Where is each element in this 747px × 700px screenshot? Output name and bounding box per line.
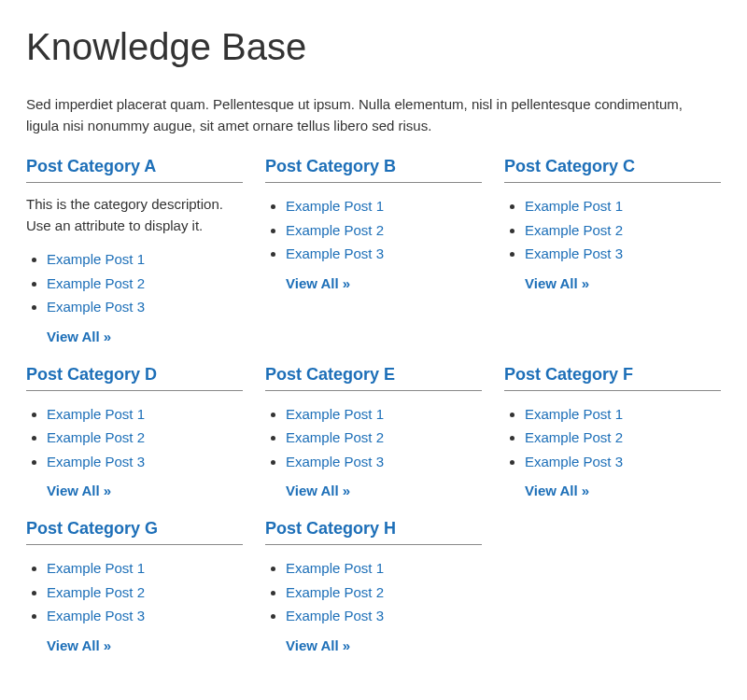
post-list: Example Post 1Example Post 2Example Post… <box>26 402 243 474</box>
list-item: Example Post 1 <box>47 556 243 581</box>
post-link[interactable]: Example Post 3 <box>525 245 623 261</box>
category-title[interactable]: Post Category H <box>265 519 482 545</box>
view-all-link[interactable]: View All » <box>525 483 589 498</box>
list-item: Example Post 3 <box>286 604 482 628</box>
category-title[interactable]: Post Category E <box>265 365 482 391</box>
view-all-link[interactable]: View All » <box>525 275 589 291</box>
post-link[interactable]: Example Post 3 <box>47 454 145 469</box>
post-link[interactable]: Example Post 1 <box>286 406 384 422</box>
list-item: Example Post 3 <box>525 242 721 266</box>
list-item: Example Post 3 <box>286 450 482 474</box>
intro-text: Sed imperdiet placerat quam. Pellentesqu… <box>26 94 717 136</box>
post-list: Example Post 1Example Post 2Example Post… <box>504 402 721 474</box>
post-link[interactable]: Example Post 2 <box>286 222 384 238</box>
post-link[interactable]: Example Post 3 <box>47 299 145 315</box>
post-link[interactable]: Example Post 2 <box>47 584 145 600</box>
category-card: Post Category HExample Post 1Example Pos… <box>265 519 482 663</box>
post-link[interactable]: Example Post 3 <box>525 454 623 469</box>
post-link[interactable]: Example Post 2 <box>286 584 384 600</box>
post-list: Example Post 1Example Post 2Example Post… <box>265 194 482 266</box>
category-card: Post Category AThis is the category desc… <box>26 157 243 354</box>
list-item: Example Post 3 <box>286 242 482 266</box>
list-item: Example Post 2 <box>47 581 243 605</box>
view-all-link[interactable]: View All » <box>286 637 350 653</box>
list-item: Example Post 2 <box>286 581 482 605</box>
list-item: Example Post 2 <box>286 218 482 243</box>
list-item: Example Post 3 <box>47 295 243 319</box>
list-item: Example Post 3 <box>47 604 243 628</box>
category-title[interactable]: Post Category A <box>26 157 243 183</box>
post-link[interactable]: Example Post 1 <box>525 198 623 214</box>
list-item: Example Post 2 <box>286 426 482 450</box>
list-item: Example Post 2 <box>47 272 243 296</box>
post-list: Example Post 1Example Post 2Example Post… <box>265 556 482 628</box>
post-link[interactable]: Example Post 2 <box>525 429 623 445</box>
post-list: Example Post 1Example Post 2Example Post… <box>265 402 482 474</box>
category-grid: Post Category AThis is the category desc… <box>26 157 721 663</box>
category-description: This is the category description. Use an… <box>26 194 243 236</box>
view-all-link[interactable]: View All » <box>47 483 111 498</box>
post-link[interactable]: Example Post 2 <box>286 429 384 445</box>
post-link[interactable]: Example Post 1 <box>47 406 145 422</box>
post-link[interactable]: Example Post 1 <box>286 560 384 576</box>
category-title[interactable]: Post Category D <box>26 365 243 391</box>
list-item: Example Post 1 <box>286 194 482 218</box>
category-card: Post Category FExample Post 1Example Pos… <box>504 365 721 509</box>
post-link[interactable]: Example Post 2 <box>47 275 145 291</box>
category-title[interactable]: Post Category B <box>265 157 482 183</box>
list-item: Example Post 3 <box>47 450 243 474</box>
list-item: Example Post 2 <box>47 426 243 450</box>
category-title[interactable]: Post Category C <box>504 157 721 183</box>
list-item: Example Post 3 <box>525 450 721 474</box>
post-link[interactable]: Example Post 1 <box>286 198 384 214</box>
list-item: Example Post 1 <box>47 247 243 272</box>
list-item: Example Post 2 <box>525 426 721 450</box>
category-card: Post Category GExample Post 1Example Pos… <box>26 519 243 663</box>
category-title[interactable]: Post Category G <box>26 519 243 545</box>
view-all-link[interactable]: View All » <box>47 329 111 344</box>
view-all-link[interactable]: View All » <box>286 483 350 498</box>
list-item: Example Post 1 <box>286 402 482 427</box>
category-card: Post Category BExample Post 1Example Pos… <box>265 157 482 354</box>
category-card: Post Category DExample Post 1Example Pos… <box>26 365 243 509</box>
list-item: Example Post 1 <box>47 402 243 427</box>
page-title: Knowledge Base <box>26 26 721 68</box>
category-title[interactable]: Post Category F <box>504 365 721 391</box>
post-link[interactable]: Example Post 2 <box>47 429 145 445</box>
post-link[interactable]: Example Post 3 <box>286 454 384 469</box>
post-list: Example Post 1Example Post 2Example Post… <box>26 247 243 319</box>
list-item: Example Post 1 <box>286 556 482 581</box>
post-link[interactable]: Example Post 3 <box>47 608 145 623</box>
list-item: Example Post 1 <box>525 194 721 218</box>
post-link[interactable]: Example Post 3 <box>286 245 384 261</box>
post-link[interactable]: Example Post 2 <box>525 222 623 238</box>
category-card: Post Category EExample Post 1Example Pos… <box>265 365 482 509</box>
list-item: Example Post 2 <box>525 218 721 243</box>
view-all-link[interactable]: View All » <box>286 275 350 291</box>
post-list: Example Post 1Example Post 2Example Post… <box>504 194 721 266</box>
post-link[interactable]: Example Post 3 <box>286 608 384 623</box>
post-list: Example Post 1Example Post 2Example Post… <box>26 556 243 628</box>
post-link[interactable]: Example Post 1 <box>47 251 145 267</box>
view-all-link[interactable]: View All » <box>47 637 111 653</box>
post-link[interactable]: Example Post 1 <box>47 560 145 576</box>
category-card: Post Category CExample Post 1Example Pos… <box>504 157 721 354</box>
post-link[interactable]: Example Post 1 <box>525 406 623 422</box>
list-item: Example Post 1 <box>525 402 721 427</box>
